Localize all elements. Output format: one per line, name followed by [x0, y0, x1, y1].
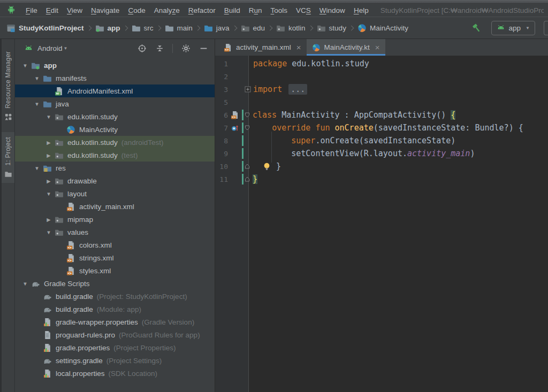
fold-marker-icon[interactable]	[244, 86, 252, 93]
breadcrumb-item-edu[interactable]: edu	[241, 24, 265, 33]
xml-file-gutter-icon[interactable]: <>	[228, 111, 242, 119]
run-configuration-dropdown[interactable]: app ▼	[491, 21, 535, 35]
menu-item-edit[interactable]: Edit	[42, 5, 63, 16]
menu-item-refactor[interactable]: Refactor	[184, 5, 220, 16]
tree-item-label: styles.xml	[79, 267, 111, 275]
tree-expand-arrow-icon[interactable]: ▼	[43, 114, 55, 120]
tree-row-res[interactable]: ▼res	[15, 162, 215, 174]
tool-window-tab-1-project[interactable]: 1: Project	[2, 132, 14, 183]
minimize-button[interactable]	[199, 43, 208, 53]
tree-row-androidmanifest-xml[interactable]: MFAndroidManifest.xml	[15, 84, 215, 97]
code-text: override fun onCreate(savedInstanceState…	[249, 123, 523, 133]
breadcrumb-item-main[interactable]: main	[165, 24, 193, 33]
code-line-3[interactable]: 3import ...	[215, 83, 548, 96]
breadcrumb-item-src[interactable]: src	[132, 24, 154, 33]
override-gutter-icon[interactable]	[228, 124, 242, 132]
tree-row-gradle-wrapper-properties-gradle-version[interactable]: gradle-wrapper.properties(Gradle Version…	[15, 316, 215, 328]
menu-item-file[interactable]: File	[21, 5, 42, 16]
code-line-6[interactable]: 6<>class MainActivity : AppCompatActivit…	[215, 109, 548, 121]
code-line-5[interactable]: 5	[215, 96, 548, 109]
breadcrumb-item-app[interactable]: app	[95, 24, 120, 33]
menu-item-tools[interactable]: Tools	[267, 5, 292, 16]
gear-button[interactable]	[181, 43, 191, 53]
breadcrumb-item-kotlin[interactable]: kotlin	[276, 24, 306, 33]
tree-row-edu-kotlin-study[interactable]: ▼edu.kotlin.study	[15, 110, 215, 123]
tree-expand-arrow-icon[interactable]: ▼	[43, 191, 55, 197]
tree-row-values[interactable]: ▼values	[15, 226, 215, 239]
tree-row-java[interactable]: ▼java	[15, 97, 215, 110]
tree-row-mipmap[interactable]: ▶mipmap	[15, 213, 215, 226]
tree-row-manifests[interactable]: ▼manifests	[15, 72, 215, 84]
tree-expand-arrow-icon[interactable]: ▶	[43, 152, 55, 158]
tree-expand-arrow-icon[interactable]: ▶	[43, 217, 55, 222]
tree-expand-arrow-icon[interactable]: ▼	[19, 63, 31, 68]
tree-row-colors-xml[interactable]: <>colors.xml	[15, 239, 215, 251]
tree-row-edu-kotlin-study-test[interactable]: ▶edu.kotlin.study(test)	[15, 149, 215, 162]
line-number: 8	[215, 137, 228, 145]
tree-row-drawable[interactable]: ▶drawable	[15, 174, 215, 187]
tree-row-gradle-properties-project-properties[interactable]: gradle.properties(Project Properties)	[15, 341, 215, 354]
tree-row-layout[interactable]: ▼layout	[15, 187, 215, 200]
breadcrumb-separator-icon	[348, 25, 354, 30]
project-view-selector[interactable]: Android	[37, 44, 63, 52]
intention-bulb-icon[interactable]	[262, 162, 271, 171]
tool-window-tab-resource-manager[interactable]: Resource Manager	[2, 47, 14, 126]
tree-row-styles-xml[interactable]: <>styles.xml	[15, 264, 215, 277]
tree-expand-arrow-icon[interactable]: ▼	[31, 75, 43, 81]
menu-item-window[interactable]: Window	[315, 5, 349, 16]
breadcrumb-item-studykotlinproject[interactable]: StudyKotlinProject	[6, 24, 84, 33]
tree-expand-arrow-icon[interactable]: ▼	[31, 165, 43, 171]
build-hammer-button[interactable]	[471, 22, 483, 34]
fold-marker-icon[interactable]	[243, 163, 251, 170]
breadcrumb-separator-icon	[123, 25, 128, 30]
code-line-10[interactable]: 10 }	[215, 160, 548, 173]
clipped-toolbar-control[interactable]	[544, 21, 548, 35]
menu-item-help[interactable]: Help	[349, 5, 373, 16]
breadcrumb-item-study[interactable]: study	[317, 24, 346, 33]
close-icon[interactable]: ×	[375, 43, 380, 51]
tree-expand-arrow-icon[interactable]: ▼	[31, 101, 43, 107]
code-line-2[interactable]: 2	[215, 70, 548, 83]
tree-row-strings-xml[interactable]: <>strings.xml	[15, 251, 215, 264]
tree-row-local-properties-sdk-location[interactable]: local.properties(SDK Location)	[15, 367, 215, 380]
menu-item-vcs[interactable]: VCS	[292, 5, 315, 16]
tree-row-mainactivity[interactable]: MainActivity	[15, 123, 215, 136]
code-line-1[interactable]: 1package edu.kotlin.study	[215, 57, 548, 70]
collapse-all-button[interactable]	[155, 43, 164, 53]
fold-marker-icon[interactable]	[243, 176, 251, 182]
tree-row-edu-kotlin-study-androidtest[interactable]: ▶edu.kotlin.study(androidTest)	[15, 136, 215, 149]
code-line-8[interactable]: 8 super.onCreate(savedInstanceState)	[215, 134, 548, 147]
editor-tab-mainactivity-kt[interactable]: MainActivity.kt×	[307, 39, 385, 56]
menu-item-run[interactable]: Run	[245, 5, 267, 16]
menu-item-navigate[interactable]: Navigate	[87, 5, 124, 16]
code-line-11[interactable]: 11}	[215, 173, 548, 186]
tree-expand-arrow-icon[interactable]: ▶	[43, 178, 55, 184]
tree-row-proguard-rules-pro-proguard-rules-for-app[interactable]: proguard-rules.pro(ProGuard Rules for ap…	[15, 328, 215, 341]
breadcrumb-item-java[interactable]: java	[204, 24, 230, 33]
project-panel-header: Android ▼	[15, 39, 215, 57]
tree-row-app[interactable]: ▼app	[15, 59, 215, 72]
menu-item-analyze[interactable]: Analyze	[150, 5, 184, 16]
tree-expand-arrow-icon[interactable]: ▼	[19, 281, 31, 287]
tree-item-label: colors.xml	[79, 241, 112, 249]
menu-item-code[interactable]: Code	[124, 5, 149, 16]
tree-row-build-gradle-project-studykotlinproject[interactable]: build.gradle(Project: StudyKotlinProject…	[15, 290, 215, 303]
code-editor[interactable]: 1package edu.kotlin.study23import ...56<…	[215, 56, 548, 392]
tree-expand-arrow-icon[interactable]: ▼	[43, 229, 55, 235]
code-line-9[interactable]: 9 setContentView(R.layout.activity_main)	[215, 147, 548, 160]
locate-button[interactable]	[137, 43, 147, 53]
menu-item-view[interactable]: View	[63, 5, 87, 16]
fold-marker-icon[interactable]	[243, 112, 251, 118]
close-icon[interactable]: ×	[296, 43, 301, 51]
fold-marker-icon[interactable]	[243, 125, 251, 131]
editor-tab-activity-main-xml[interactable]: <>activity_main.xml×	[218, 39, 307, 56]
tree-row-activity-main-xml[interactable]: <>activity_main.xml	[15, 200, 215, 213]
tree-row-settings-gradle-project-settings[interactable]: settings.gradle(Project Settings)	[15, 354, 215, 367]
code-line-7[interactable]: 7 override fun onCreate(savedInstanceSta…	[215, 121, 548, 134]
tree-expand-arrow-icon[interactable]: ▶	[43, 140, 55, 145]
breadcrumb-item-mainactivity[interactable]: MainActivity	[357, 24, 408, 33]
menu-item-build[interactable]: Build	[220, 5, 245, 16]
chevron-down-icon[interactable]: ▼	[64, 46, 68, 51]
tree-row-build-gradle-module-app[interactable]: build.gradle(Module: app)	[15, 303, 215, 316]
tree-row-gradle-scripts[interactable]: ▼Gradle Scripts	[15, 277, 215, 290]
